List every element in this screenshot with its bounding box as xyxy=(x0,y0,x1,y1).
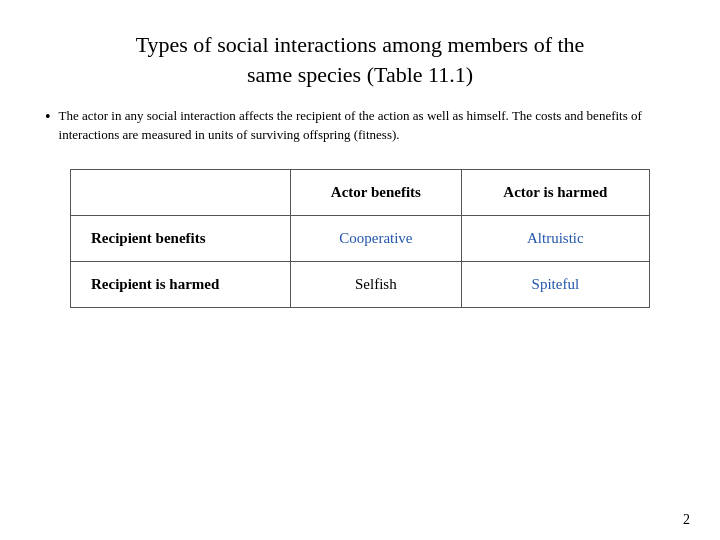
table-header-row: Actor benefits Actor is harmed xyxy=(71,170,650,216)
col-header-actor-harmed: Actor is harmed xyxy=(461,170,649,216)
page: Types of social interactions among membe… xyxy=(0,0,720,540)
page-number: 2 xyxy=(683,512,690,528)
table-row: Recipient benefits Cooperative Altruisti… xyxy=(71,216,650,262)
row-header-recipient-benefits: Recipient benefits xyxy=(71,216,291,262)
cell-spiteful: Spiteful xyxy=(461,262,649,308)
bullet-section: • The actor in any social interaction af… xyxy=(45,107,675,145)
bullet-icon: • xyxy=(45,107,51,128)
table-corner-cell xyxy=(71,170,291,216)
cell-altruistic: Altruistic xyxy=(461,216,649,262)
page-title: Types of social interactions among membe… xyxy=(45,30,675,89)
table-row: Recipient is harmed Selfish Spiteful xyxy=(71,262,650,308)
row-header-recipient-harmed: Recipient is harmed xyxy=(71,262,291,308)
col-header-actor-benefits: Actor benefits xyxy=(291,170,461,216)
table-wrapper: Actor benefits Actor is harmed Recipient… xyxy=(45,169,675,308)
cell-selfish: Selfish xyxy=(291,262,461,308)
cell-cooperative: Cooperative xyxy=(291,216,461,262)
bullet-text: The actor in any social interaction affe… xyxy=(59,107,675,145)
interactions-table: Actor benefits Actor is harmed Recipient… xyxy=(70,169,650,308)
